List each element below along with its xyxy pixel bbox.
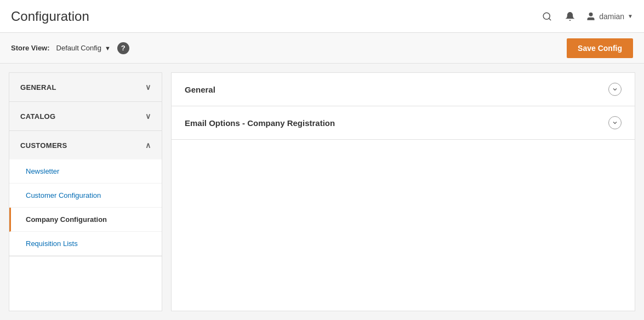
content-section-title-general: General — [185, 85, 215, 94]
chevron-up-icon-customers: ∧ — [145, 141, 151, 150]
save-config-button[interactable]: Save Config — [567, 38, 633, 58]
user-menu[interactable]: damian ▼ — [586, 12, 633, 21]
page-title: Configuration — [11, 9, 89, 24]
sidebar-section-label-general: GENERAL — [20, 83, 56, 92]
sidebar-item-company-configuration[interactable]: Company Configuration — [9, 208, 162, 232]
search-button[interactable] — [540, 9, 554, 24]
chevron-down-icon-general — [612, 86, 618, 93]
content-area: General Email Options - Company Registra… — [171, 72, 635, 311]
sidebar-section-label-customers: CUSTOMERS — [20, 141, 67, 150]
content-section-general[interactable]: General — [172, 73, 635, 106]
content-section-title-email-options: Email Options - Company Registration — [185, 118, 335, 128]
store-view-bar: Store View: Default Config ▼ ? Save Conf… — [0, 33, 644, 64]
store-view-chevron-icon: ▼ — [105, 45, 111, 52]
main-layout: GENERAL ∨ CATALOG ∨ CUSTOMERS ∧ Newslett… — [0, 64, 644, 320]
sidebar-section-header-catalog[interactable]: CATALOG ∨ — [9, 102, 162, 130]
content-section-email-options[interactable]: Email Options - Company Registration — [172, 106, 635, 140]
notification-button[interactable] — [563, 9, 577, 24]
svg-line-1 — [549, 18, 551, 20]
chevron-down-icon-email — [612, 119, 618, 126]
sidebar-section-customers: CUSTOMERS ∧ Newsletter Customer Configur… — [9, 131, 162, 256]
bell-icon — [565, 12, 575, 21]
sidebar-section-general: GENERAL ∨ — [9, 73, 162, 102]
collapse-icon-email-options — [608, 116, 622, 129]
sidebar: GENERAL ∨ CATALOG ∨ CUSTOMERS ∧ Newslett… — [9, 72, 162, 311]
search-icon — [542, 12, 552, 21]
chevron-down-icon: ∨ — [145, 83, 151, 92]
sidebar-section-header-general[interactable]: GENERAL ∨ — [9, 73, 162, 101]
collapse-icon-general — [608, 83, 622, 96]
top-header: Configuration damian ▼ — [0, 0, 644, 33]
sidebar-item-newsletter[interactable]: Newsletter — [9, 159, 162, 184]
user-name: damian — [599, 12, 624, 21]
sidebar-section-header-customers[interactable]: CUSTOMERS ∧ — [9, 131, 162, 159]
sidebar-section-catalog: CATALOG ∨ — [9, 102, 162, 131]
store-view-label: Store View: — [11, 44, 50, 52]
store-view-dropdown[interactable]: Default Config ▼ — [56, 44, 111, 52]
sidebar-item-requisition-lists[interactable]: Requisition Lists — [9, 232, 162, 256]
sidebar-section-label-catalog: CATALOG — [20, 112, 55, 121]
help-icon[interactable]: ? — [117, 42, 129, 54]
svg-point-2 — [589, 13, 592, 16]
sidebar-item-customer-configuration[interactable]: Customer Configuration — [9, 184, 162, 208]
user-dropdown-icon: ▼ — [628, 13, 633, 19]
customers-sidebar-items: Newsletter Customer Configuration Compan… — [9, 159, 162, 256]
chevron-down-icon-catalog: ∨ — [145, 112, 151, 121]
store-view-left: Store View: Default Config ▼ ? — [11, 42, 129, 54]
store-view-value: Default Config — [56, 44, 101, 52]
header-actions: damian ▼ — [540, 9, 633, 24]
user-icon — [586, 12, 596, 21]
